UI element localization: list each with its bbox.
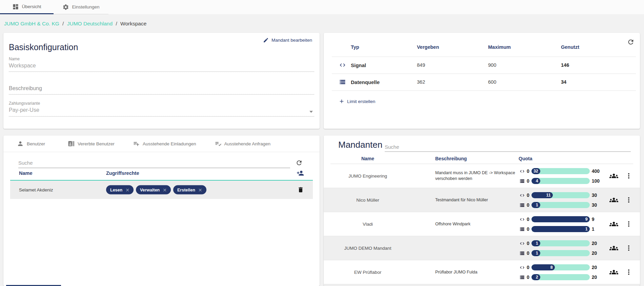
beschreibung-field-label[interactable]: Beschreibung bbox=[9, 85, 42, 91]
benutzer-card: Benutzer Vererbte Benutzer Ausstehende E… bbox=[3, 136, 320, 286]
chip-remove-icon[interactable]: ✕ bbox=[125, 187, 129, 192]
user-tabs: Benutzer Vererbte Benutzer Ausstehende E… bbox=[3, 136, 320, 152]
delete-icon bbox=[297, 186, 304, 193]
mandant-row[interactable]: JUMO Engineering Mandant muss in JUMO DE… bbox=[324, 164, 640, 188]
tab-ausstehende-anfragen[interactable]: Ausstehende Anfragen bbox=[205, 136, 280, 152]
edit-mandant-button[interactable]: Mandant bearbeiten bbox=[263, 37, 312, 43]
quota-line: 0 9 9 bbox=[520, 215, 595, 223]
access-right-chip: Lesen ✕ bbox=[106, 185, 134, 195]
quota-line: 0 8 20 bbox=[520, 263, 597, 271]
row-menu-button[interactable] bbox=[625, 268, 633, 276]
mandanten-search-input[interactable] bbox=[385, 142, 631, 152]
chip-remove-icon[interactable]: ✕ bbox=[198, 187, 202, 192]
mandant-row[interactable]: EW Prüflabor Prüflabor JUMO Fulda 0 8 20… bbox=[324, 260, 640, 284]
plus-icon bbox=[339, 98, 345, 104]
column-header-quota: Quota bbox=[519, 156, 532, 161]
breadcrumb-current: Workspace bbox=[120, 21, 146, 26]
refresh-button[interactable] bbox=[296, 159, 303, 166]
quota-max: 30 bbox=[592, 202, 597, 208]
mandant-beschreibung: Mandant muss in JUMO DE -> Workspace ver… bbox=[435, 170, 516, 182]
chip-remove-icon[interactable]: ✕ bbox=[163, 187, 167, 192]
more-vert-icon bbox=[625, 196, 633, 204]
quota-line: 0 1 20 bbox=[520, 249, 597, 257]
storage-icon bbox=[520, 203, 525, 208]
breadcrumb-link-org[interactable]: JUMO Deutschland bbox=[67, 21, 113, 26]
person-add-icon bbox=[297, 169, 304, 177]
tab-einstellungen[interactable]: Einstellungen bbox=[54, 0, 108, 14]
quota-min: 0 bbox=[527, 241, 529, 246]
row-menu-button[interactable] bbox=[625, 172, 633, 180]
storage-icon bbox=[520, 275, 525, 280]
tab-benutzer[interactable]: Benutzer bbox=[3, 136, 59, 152]
storage-icon bbox=[520, 179, 525, 184]
mandant-row[interactable]: JUMO DEMO Mandant 0 1 20 0 1 20 bbox=[324, 236, 640, 260]
row-menu-button[interactable] bbox=[625, 196, 633, 204]
quota-bar-fill: 1 bbox=[531, 240, 540, 246]
plus-icon bbox=[339, 98, 345, 104]
refresh-icon bbox=[296, 159, 303, 166]
members-button[interactable] bbox=[609, 171, 618, 180]
mandant-row[interactable]: Vladi Offshore Windpark 0 9 9 0 1 1 bbox=[324, 212, 640, 236]
row-menu-button[interactable] bbox=[625, 220, 633, 228]
mandant-row[interactable]: Nico Müller Testmandant für Nico Müller … bbox=[324, 188, 640, 212]
create-limit-button[interactable]: Limit erstellen bbox=[339, 98, 375, 104]
quota-bar-fill: 11 bbox=[531, 192, 553, 198]
card-title: Basiskonfiguration bbox=[9, 42, 78, 52]
user-table-row: Selamet Akdeniz Lesen ✕ Verwalten ✕ Erst… bbox=[10, 180, 313, 199]
playlist-check-icon bbox=[215, 140, 221, 147]
refresh-icon bbox=[627, 38, 635, 46]
members-button[interactable] bbox=[609, 220, 618, 228]
chevron-down-icon[interactable] bbox=[309, 111, 313, 113]
mandant-name: JUMO Engineering bbox=[330, 173, 405, 179]
divider bbox=[332, 90, 636, 91]
mandant-beschreibung: Testmandant für Nico Müller bbox=[435, 197, 516, 203]
refresh-button[interactable] bbox=[627, 38, 635, 46]
tab-uebersicht[interactable]: Übersicht bbox=[0, 0, 54, 14]
tab-vererbte-benutzer[interactable]: Vererbte Benutzer bbox=[59, 136, 124, 152]
limit-row-maximum: 600 bbox=[488, 79, 496, 85]
refresh-icon bbox=[296, 159, 303, 166]
user-search-input[interactable] bbox=[18, 158, 290, 168]
quota-max: 20 bbox=[592, 241, 597, 246]
storage-icon bbox=[339, 79, 346, 85]
mandant-name: JUMO DEMO Mandant bbox=[330, 246, 405, 251]
tab-ausstehende-einladungen[interactable]: Ausstehende Einladungen bbox=[124, 136, 205, 152]
tab-uebersicht-label: Übersicht bbox=[22, 4, 41, 9]
person-icon bbox=[17, 140, 24, 147]
add-user-button[interactable] bbox=[297, 169, 304, 177]
quota-bar: 9 bbox=[531, 216, 590, 222]
limits-card: Typ Vergeben Maximum Genutzt Signal 849 … bbox=[324, 33, 640, 129]
row-menu-button[interactable] bbox=[625, 244, 633, 252]
column-header-beschreibung: Beschreibung bbox=[435, 156, 467, 161]
basiskonfiguration-card: Mandant bearbeiten Basiskonfiguration Na… bbox=[3, 33, 320, 129]
breadcrumb-separator: / bbox=[62, 21, 64, 26]
zahlungsvariante-select-value[interactable]: Pay-per-Use bbox=[9, 107, 39, 113]
access-right-chip: Verwalten ✕ bbox=[136, 185, 171, 195]
storage-icon bbox=[520, 227, 525, 232]
mandant-name: Vladi bbox=[330, 222, 405, 227]
quota-min: 0 bbox=[527, 192, 529, 198]
quota-line: 0 11 30 bbox=[520, 191, 597, 199]
quota-bar: 1 bbox=[531, 226, 590, 232]
groups-icon bbox=[609, 171, 618, 180]
mandant-row-partial bbox=[324, 284, 640, 286]
name-field-value[interactable]: Workspace bbox=[9, 63, 36, 69]
edit-mandant-label: Mandant bearbeiten bbox=[271, 38, 312, 43]
delete-user-button[interactable] bbox=[297, 186, 304, 193]
mandanten-card: Mandanten Name Beschreibung Quota JUMO E… bbox=[324, 136, 640, 286]
quota-bar: 2 bbox=[531, 274, 590, 280]
groups-icon bbox=[609, 196, 618, 204]
limit-row-maximum: 900 bbox=[488, 62, 496, 68]
members-button[interactable] bbox=[609, 268, 618, 277]
quota-min: 0 bbox=[527, 168, 529, 174]
quota-max: 100 bbox=[592, 178, 600, 184]
code-icon bbox=[339, 62, 346, 68]
quota-bar: 1 bbox=[531, 250, 590, 256]
pencil-icon bbox=[263, 37, 269, 43]
members-button[interactable] bbox=[609, 196, 618, 204]
quota-min: 0 bbox=[527, 274, 529, 280]
quota-bar-fill: 2 bbox=[531, 274, 540, 280]
members-button[interactable] bbox=[609, 244, 618, 252]
column-header-vergeben: Vergeben bbox=[417, 44, 439, 50]
breadcrumb-link-company[interactable]: JUMO GmbH & Co. KG bbox=[4, 21, 59, 26]
